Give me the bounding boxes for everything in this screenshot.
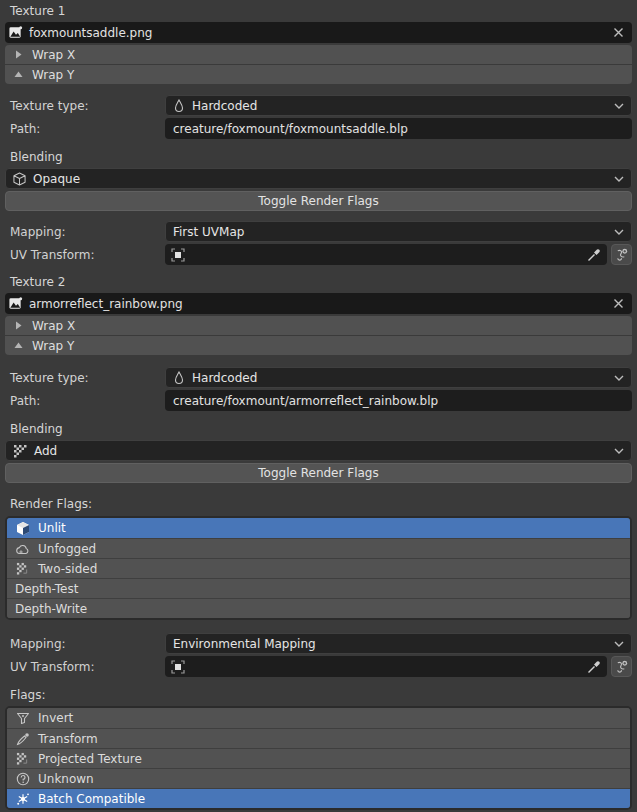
cloud-icon — [15, 543, 30, 555]
texture2-blending-label: Blending — [10, 422, 637, 437]
texture1-path-input[interactable]: creature/foxmount/foxmountsaddle.blp — [165, 118, 632, 139]
chevron-down-icon — [614, 641, 624, 647]
render-flag-depth-write[interactable]: Depth-Write — [7, 598, 630, 618]
flag-label: Unknown — [38, 772, 94, 786]
chevron-up-icon — [14, 70, 23, 79]
object-icon — [171, 660, 185, 674]
texture1-mapping-dropdown[interactable]: First UVMap — [165, 221, 632, 242]
render-flag-unlit[interactable]: Unlit — [7, 518, 630, 538]
gear-sparkle-icon — [15, 792, 30, 806]
funnel-icon — [15, 712, 30, 725]
chevron-down-icon — [614, 375, 624, 381]
flag-label: Batch Compatible — [38, 792, 145, 806]
flags-label: Flags: — [10, 688, 637, 703]
checker-icon — [15, 562, 30, 575]
cube-solid-icon — [15, 521, 30, 536]
texture2-uv-transform-field[interactable] — [165, 656, 607, 677]
flag-label: Transform — [38, 732, 98, 746]
chevron-right-icon — [14, 321, 23, 330]
texture1-image-name: foxmountsaddle.png — [29, 26, 607, 40]
texture1-section-label: Texture 1 — [10, 4, 637, 19]
texture1-toggle-render-flags-button[interactable]: Toggle Render Flags — [5, 191, 632, 211]
render-flags-label: Render Flags: — [10, 497, 637, 512]
texture2-path-label: Path: — [10, 394, 165, 408]
flag-transform[interactable]: Transform — [7, 728, 630, 748]
texture2-mapping-dropdown[interactable]: Environmental Mapping — [165, 633, 632, 654]
texture2-toggle-render-flags-button[interactable]: Toggle Render Flags — [5, 463, 632, 483]
image-icon — [8, 25, 23, 40]
texture2-path-value: creature/foxmount/armorreflect_rainbow.b… — [173, 394, 438, 408]
texture1-override-button[interactable] — [611, 244, 632, 265]
checker-icon — [13, 444, 27, 458]
texture1-type-value: Hardcoded — [192, 99, 257, 113]
render-flag-label: Two-sided — [38, 562, 97, 576]
texture1-wrapy-header[interactable]: Wrap Y — [5, 65, 632, 84]
texture2-wrapy-header[interactable]: Wrap Y — [5, 336, 632, 355]
flag-label: Projected Texture — [38, 752, 142, 766]
texture1-blending-label: Blending — [10, 150, 637, 165]
chevron-up-icon — [14, 341, 23, 350]
flag-label: Invert — [38, 711, 73, 725]
texture1-type-label: Texture type: — [10, 99, 165, 113]
texture2-path-input[interactable]: creature/foxmount/armorreflect_rainbow.b… — [165, 390, 632, 411]
chevron-down-icon — [614, 448, 624, 454]
texture2-blending-dropdown[interactable]: Add — [5, 440, 632, 461]
texture2-type-label: Texture type: — [10, 371, 165, 385]
decorate-override-icon — [615, 248, 628, 261]
texture2-section-label: Texture 2 — [10, 275, 637, 290]
question-icon — [15, 772, 30, 786]
brush-icon — [15, 732, 30, 746]
texture1-wrapy-label: Wrap Y — [32, 68, 74, 82]
eyedropper-icon[interactable] — [587, 248, 601, 262]
texture2-wrapy-label: Wrap Y — [32, 339, 74, 353]
texture2-blending-value: Add — [34, 444, 57, 458]
object-icon — [171, 248, 185, 262]
chevron-down-icon — [614, 229, 624, 235]
texture1-type-dropdown[interactable]: Hardcoded — [165, 95, 632, 116]
texture1-path-label: Path: — [10, 122, 165, 136]
cube-outline-icon — [13, 172, 26, 186]
droplet-icon — [173, 99, 185, 113]
texture2-override-button[interactable] — [611, 656, 632, 677]
render-flag-label: Unfogged — [38, 542, 96, 556]
checker-icon — [15, 752, 30, 765]
texture1-blending-dropdown[interactable]: Opaque — [5, 168, 632, 189]
texture1-blending-value: Opaque — [33, 172, 80, 186]
close-icon[interactable] — [613, 27, 624, 38]
render-flag-label: Depth-Write — [15, 602, 87, 616]
texture2-type-dropdown[interactable]: Hardcoded — [165, 367, 632, 388]
flag-batch-compatible[interactable]: Batch Compatible — [7, 788, 630, 808]
texture1-mapping-value: First UVMap — [173, 225, 244, 239]
render-flag-unfogged[interactable]: Unfogged — [7, 538, 630, 558]
chevron-down-icon — [614, 103, 624, 109]
flag-projected-texture[interactable]: Projected Texture — [7, 748, 630, 768]
texture2-wrapx-label: Wrap X — [32, 319, 75, 333]
image-icon — [8, 296, 23, 311]
flag-invert[interactable]: Invert — [7, 708, 630, 728]
texture1-path-value: creature/foxmount/foxmountsaddle.blp — [173, 122, 408, 136]
render-flags-listbox: Unlit Unfogged Two-sided Depth-Te — [5, 516, 632, 620]
texture2-uv-transform-label: UV Transform: — [10, 660, 165, 674]
texture1-wrapx-header[interactable]: Wrap X — [5, 45, 632, 64]
texture2-wrapx-header[interactable]: Wrap X — [5, 316, 632, 335]
texture1-uv-transform-field[interactable] — [165, 244, 607, 265]
decorate-override-icon — [615, 660, 628, 673]
texture1-mapping-label: Mapping: — [10, 225, 165, 239]
texture1-image-field[interactable]: foxmountsaddle.png — [5, 22, 632, 43]
render-flag-two-sided[interactable]: Two-sided — [7, 558, 630, 578]
flags-listbox: Invert Transform Projected Texture — [5, 706, 632, 810]
texture1-uv-transform-label: UV Transform: — [10, 248, 165, 262]
close-icon[interactable] — [613, 298, 624, 309]
render-flag-depth-test[interactable]: Depth-Test — [7, 578, 630, 598]
render-flag-label: Depth-Test — [15, 582, 78, 596]
eyedropper-icon[interactable] — [587, 660, 601, 674]
texture2-type-value: Hardcoded — [192, 371, 257, 385]
texture2-image-field[interactable]: armorreflect_rainbow.png — [5, 293, 632, 314]
flag-unknown[interactable]: Unknown — [7, 768, 630, 788]
texture1-wrapx-label: Wrap X — [32, 48, 75, 62]
render-flag-label: Unlit — [38, 521, 66, 535]
droplet-icon — [173, 371, 185, 385]
texture2-mapping-value: Environmental Mapping — [173, 637, 316, 651]
chevron-right-icon — [14, 50, 23, 59]
chevron-down-icon — [614, 176, 624, 182]
